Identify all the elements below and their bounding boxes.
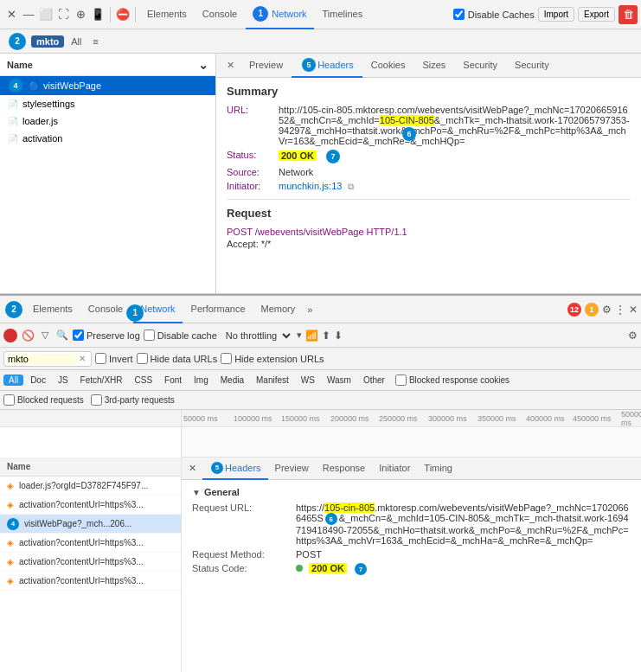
general-header[interactable]: ▼ General [192,487,631,497]
tab-timelines[interactable]: Timelines [316,0,370,29]
tab-console[interactable]: Console [196,0,244,29]
sidebar-item-activation[interactable]: 📄 activation [0,130,215,147]
top-toolbar: ✕ — ⬜ ⛶ ⊕ 📱 ⛔ Elements Console 1 Network… [0,0,641,29]
device-icon[interactable]: 📱 [90,7,106,22]
mark-400k: 400000 ms [526,414,565,423]
bottom-tab-console[interactable]: Console [81,296,130,323]
more-tabs-button[interactable]: » [304,304,316,315]
net-tab-response[interactable]: Response [316,458,373,480]
request-url-row: Request URL: https://105-cin-805.mktores… [192,502,631,546]
request-url-value: https://105-cin-805.mktoresp.com/webeven… [296,502,631,546]
hide-extension-urls-label[interactable]: Hide extension URLs [221,353,324,364]
disable-cache-checkbox[interactable] [144,330,155,341]
download-icon[interactable]: ⬇ [334,330,343,342]
status-label: Status: [227,150,279,160]
type-ws-button[interactable]: WS [296,374,320,386]
clear-filter-icon[interactable]: ✕ [77,354,87,364]
net-tab-timing[interactable]: Timing [417,458,459,480]
type-font-button[interactable]: Font [159,374,187,386]
type-doc-button[interactable]: Doc [25,374,51,386]
type-css-button[interactable]: CSS [130,374,158,386]
net-item-visitwebpage[interactable]: 4 visitWebPage?_mch...206... [0,515,181,534]
tab-network[interactable]: 1 Network [246,0,313,29]
hide-data-urls-label[interactable]: Hide data URLs [137,353,218,364]
blocked-response-checkbox[interactable] [395,374,407,386]
delete-button[interactable]: 🗑 [619,5,638,24]
sidebar-item-loaderjs[interactable]: 📄 loader.js [0,112,215,130]
import-button[interactable]: Import [538,7,574,22]
filter-all[interactable]: All [67,36,85,47]
tab-headers[interactable]: 5 Headers [292,54,362,78]
close-detail-button[interactable]: ✕ [223,59,237,73]
close-icon[interactable]: ✕ [3,7,19,22]
filter-funnel-icon[interactable]: ▽ [38,329,52,342]
invert-checkbox[interactable] [95,353,106,364]
bottom-tab-performance[interactable]: Performance [184,296,253,323]
filter-tag[interactable]: mkto [31,35,64,48]
search-button[interactable]: 🔍 [55,329,69,342]
source-row: Source: Network [227,167,631,177]
export-button[interactable]: Export [578,7,615,22]
dock-icon[interactable]: ⬜ [38,7,54,22]
type-img-button[interactable]: Img [189,374,214,386]
tab-sizes[interactable]: Sizes [413,54,454,78]
inspect-icon[interactable]: ⊕ [73,7,88,22]
net-tab-headers[interactable]: 5 Headers [202,458,268,480]
url-value: http://105-cin-805.mktoresp.com/webevent… [279,105,631,146]
record-button[interactable] [3,329,17,342]
third-party-label[interactable]: 3rd-party requests [91,394,175,406]
type-manifest-button[interactable]: Manifest [251,374,294,386]
type-wasm-button[interactable]: Wasm [322,374,356,386]
tab-timing[interactable]: Security [454,54,506,78]
net-close-button[interactable]: ✕ [185,462,199,476]
clear-button[interactable]: 🚫 [21,329,35,342]
gear-icon[interactable]: ⚙ [602,304,612,316]
bottom-tab-memory[interactable]: Memory [254,296,303,323]
throttle-select[interactable]: No throttling [221,330,293,342]
network-settings-icon[interactable]: ⚙ [628,330,638,342]
minimize-icon[interactable]: — [21,7,36,22]
tab-preview[interactable]: Preview [240,54,292,78]
type-fetch-button[interactable]: Fetch/XHR [75,374,128,386]
hide-data-urls-checkbox[interactable] [137,353,148,364]
filter-input[interactable] [8,354,77,364]
preserve-log-label[interactable]: Preserve log [73,330,140,341]
disable-cache-label[interactable]: Disable cache [144,330,217,341]
type-all-button[interactable]: All [3,374,23,386]
bottom-tab-elements[interactable]: Elements [26,296,80,323]
net-item-activation3[interactable]: ◈ activation?contentUrl=https%3... [0,553,181,572]
timeline-marks: 50000 ms 100000 ms 150000 ms 200000 ms 2… [182,410,641,426]
blocked-requests-label[interactable]: Blocked requests [3,394,84,406]
external-link-icon[interactable]: ⧉ [348,182,354,191]
blocked-requests-checkbox[interactable] [3,394,15,406]
preserve-log-checkbox[interactable] [73,330,84,341]
tab-cookies[interactable]: Cookies [362,54,414,78]
net-tab-initiator[interactable]: Initiator [372,458,417,480]
sidebar-sort-icon[interactable]: ⌄ [198,58,208,72]
third-party-checkbox[interactable] [91,394,102,406]
chevron-down-icon[interactable]: ▾ [297,330,302,341]
blocked-response-label[interactable]: Blocked response cookies [395,374,510,386]
net-item-icon-3: ◈ [5,538,16,548]
upload-icon[interactable]: ⬆ [322,330,330,342]
type-media-button[interactable]: Media [215,374,249,386]
disable-caches-checkbox[interactable] [453,9,465,20]
kebab-menu-icon[interactable]: ⋮ [615,304,625,316]
net-item-activation1[interactable]: ◈ activation?contentUrl=https%3... [0,496,181,515]
net-item-activation4[interactable]: ◈ activation?contentUrl=https%3... [0,572,181,591]
type-other-button[interactable]: Other [358,374,390,386]
sidebar-item-visitwebpage[interactable]: 4 🔵 visitWebPage [0,76,215,95]
tab-security[interactable]: Security Security [506,54,558,78]
initiator-link[interactable]: munchkin.js:13 [279,181,342,191]
hide-extension-checkbox[interactable] [221,353,232,364]
type-js-button[interactable]: JS [53,374,74,386]
fullscreen-icon[interactable]: ⛶ [55,7,71,22]
close-panel-button[interactable]: ✕ [629,304,638,316]
net-item-loaderjs[interactable]: ◈ loader.js?orgId=D3782F745F97... [0,477,181,496]
filter-icon[interactable]: ≡ [89,35,103,48]
net-item-activation2[interactable]: ◈ activation?contentUrl=https%3... [0,534,181,553]
tab-elements[interactable]: Elements [140,0,194,29]
sidebar-item-stylesettings[interactable]: 📄 stylesettings [0,95,215,112]
invert-label[interactable]: Invert [95,353,133,364]
net-tab-preview[interactable]: Preview [268,458,316,480]
